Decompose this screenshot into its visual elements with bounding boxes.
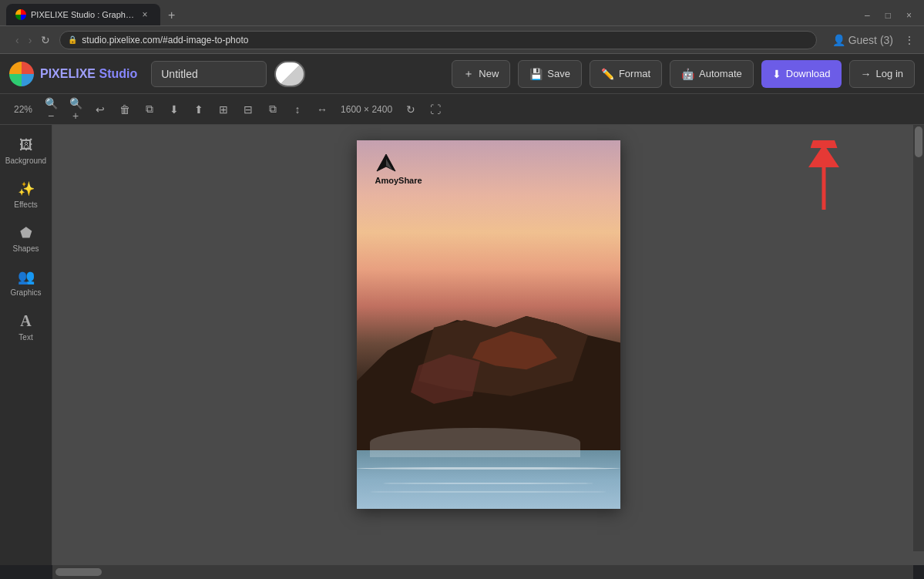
brand-icon-svg bbox=[375, 153, 397, 174]
vertical-scrollbar[interactable] bbox=[913, 125, 924, 551]
annotation-arrow bbox=[801, 140, 847, 220]
window-minimize[interactable]: – bbox=[858, 8, 876, 22]
background-icon: 🖼 bbox=[19, 137, 33, 153]
horizontal-scrollbar-thumb[interactable] bbox=[55, 568, 102, 576]
delete-button[interactable]: 🗑 bbox=[114, 99, 136, 120]
water-area bbox=[357, 450, 620, 509]
effects-icon: ✨ bbox=[18, 180, 35, 197]
browser-chrome: ‹ › ↻ 🔒 studio.pixelixe.com/#add-image-t… bbox=[0, 26, 924, 54]
move-up-button[interactable]: ⬆ bbox=[188, 99, 210, 120]
move-down-button[interactable]: ⬇ bbox=[163, 99, 185, 120]
window-controls: – □ × bbox=[858, 8, 918, 25]
grid-button[interactable]: ⊞ bbox=[213, 99, 234, 120]
download-button[interactable]: ⬇ Download bbox=[761, 60, 842, 88]
new-tab-button[interactable]: + bbox=[163, 5, 180, 25]
save-icon: 💾 bbox=[529, 68, 543, 80]
browser-nav: ‹ › ↻ bbox=[12, 32, 53, 48]
save-button[interactable]: 💾 Save bbox=[518, 60, 582, 88]
active-tab[interactable]: PIXELIXE Studio : Graphic Crea... × bbox=[6, 4, 160, 25]
flip-button[interactable]: ↕ bbox=[287, 99, 308, 120]
tab-close-button[interactable]: × bbox=[139, 8, 151, 21]
vertical-scrollbar-thumb[interactable] bbox=[915, 126, 922, 157]
format-icon: ✏️ bbox=[601, 68, 614, 80]
sidebar: 🖼 Background ✨ Effects ⬟ Shapes 👥 Graphi… bbox=[0, 125, 52, 565]
zoom-in-button[interactable]: 🔍+ bbox=[65, 99, 86, 120]
canvas-area[interactable]: AmoyShare bbox=[52, 125, 924, 565]
sidebar-item-effects[interactable]: ✨ Effects bbox=[4, 174, 49, 215]
reload-button[interactable]: ↻ bbox=[38, 32, 53, 48]
tab-favicon bbox=[15, 9, 26, 20]
lock-icon: 🔒 bbox=[68, 35, 77, 44]
download-icon: ⬇ bbox=[772, 68, 781, 80]
window-close[interactable]: × bbox=[900, 8, 918, 22]
zoom-out-button[interactable]: 🔍− bbox=[40, 99, 62, 120]
menu-button[interactable]: ⋮ bbox=[901, 32, 918, 48]
canvas-background: AmoyShare bbox=[357, 140, 620, 509]
sidebar-item-graphics[interactable]: 👥 Graphics bbox=[4, 262, 49, 303]
logo-text: PIXELIXE Studio bbox=[40, 67, 137, 81]
brand-logo: AmoyShare bbox=[375, 153, 422, 185]
zoom-level: 22% bbox=[9, 104, 37, 115]
login-icon: → bbox=[861, 68, 872, 80]
text-icon: A bbox=[20, 312, 31, 330]
logo-icon bbox=[9, 62, 34, 86]
back-button[interactable]: ‹ bbox=[12, 32, 22, 48]
brand-name-text: AmoyShare bbox=[375, 176, 422, 185]
align-button[interactable]: ⊟ bbox=[237, 99, 259, 120]
sidebar-item-shapes[interactable]: ⬟ Shapes bbox=[4, 218, 49, 259]
undo-button[interactable]: ↩ bbox=[89, 99, 111, 120]
tab-bar: PIXELIXE Studio : Graphic Crea... × + – … bbox=[0, 0, 924, 26]
address-text: studio.pixelixe.com/#add-image-to-photo bbox=[82, 35, 248, 45]
browser-actions: 👤 Guest (3) ⋮ bbox=[829, 32, 918, 48]
main-area: 🖼 Background ✨ Effects ⬟ Shapes 👥 Graphi… bbox=[0, 125, 924, 565]
app-header: PIXELIXE Studio ＋ New 💾 Save ✏️ Format 🤖… bbox=[0, 54, 924, 94]
fullscreen-button[interactable]: ⛶ bbox=[425, 99, 446, 120]
resize-button[interactable]: ↔ bbox=[311, 99, 333, 120]
color-picker-preview[interactable] bbox=[274, 61, 305, 87]
tab-title: PIXELIXE Studio : Graphic Crea... bbox=[31, 10, 134, 19]
plus-icon: ＋ bbox=[463, 67, 474, 81]
canvas[interactable]: AmoyShare bbox=[357, 140, 620, 509]
shapes-icon: ⬟ bbox=[20, 224, 32, 241]
login-button[interactable]: → Log in bbox=[849, 60, 915, 88]
sidebar-item-text[interactable]: A Text bbox=[4, 306, 49, 348]
format-button[interactable]: ✏️ Format bbox=[590, 60, 662, 88]
horizontal-scrollbar[interactable] bbox=[52, 565, 913, 579]
forward-button[interactable]: › bbox=[25, 32, 35, 48]
address-bar[interactable]: 🔒 studio.pixelixe.com/#add-image-to-phot… bbox=[59, 31, 816, 49]
logo-area: PIXELIXE Studio bbox=[9, 62, 137, 86]
toolbar: 22% 🔍− 🔍+ ↩ 🗑 ⧉ ⬇ ⬆ ⊞ ⊟ ⧉ ↕ ↔ 1600 × 240… bbox=[0, 94, 924, 125]
automate-button[interactable]: 🤖 Automate bbox=[670, 60, 754, 88]
rotate-button[interactable]: ↻ bbox=[400, 99, 422, 120]
canvas-size: 1600 × 2400 bbox=[336, 104, 397, 115]
sidebar-item-background[interactable]: 🖼 Background bbox=[4, 131, 49, 171]
wave-foam bbox=[370, 428, 581, 457]
svg-marker-2 bbox=[808, 144, 839, 167]
automate-icon: 🤖 bbox=[681, 68, 694, 80]
window-maximize[interactable]: □ bbox=[879, 8, 897, 22]
duplicate-button[interactable]: ⧉ bbox=[139, 99, 160, 120]
new-button[interactable]: ＋ New bbox=[452, 60, 510, 88]
graphics-icon: 👥 bbox=[18, 268, 35, 285]
profile-button[interactable]: 👤 Guest (3) bbox=[829, 32, 896, 48]
crop-button[interactable]: ⧉ bbox=[262, 99, 284, 120]
project-title-input[interactable] bbox=[151, 61, 267, 87]
